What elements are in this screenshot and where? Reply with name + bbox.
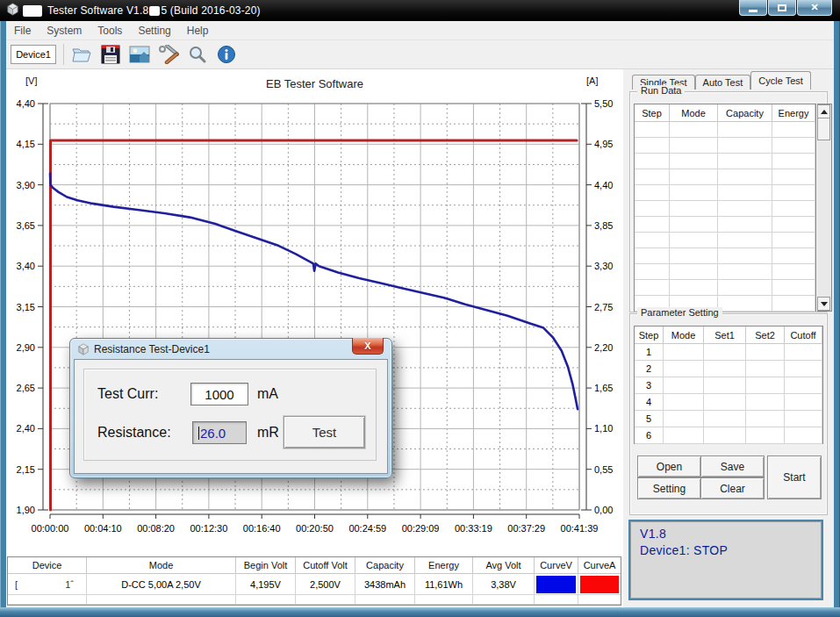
scroll-down-icon: [821, 302, 828, 306]
table-cell: [664, 361, 704, 377]
resistance-input[interactable]: 26.0: [192, 421, 247, 444]
table-row[interactable]: [635, 185, 815, 201]
save-icon[interactable]: [98, 43, 123, 66]
ps-col-step: Step: [635, 326, 664, 344]
table-cell: [704, 427, 746, 444]
dialog-title-bar[interactable]: Resistance Test-Device1 X: [70, 339, 391, 359]
info-icon[interactable]: [214, 43, 239, 66]
close-button[interactable]: ✕: [797, 0, 832, 16]
table-row[interactable]: 4: [635, 394, 822, 411]
table-cell: [772, 280, 815, 296]
table-row[interactable]: [635, 138, 815, 154]
table-cell: [704, 377, 746, 394]
tab-cycle-test[interactable]: Cycle Test: [750, 71, 811, 90]
minimize-button[interactable]: [739, 0, 767, 16]
svg-text:2,65: 2,65: [17, 383, 35, 393]
results-empty-row: [8, 595, 621, 605]
svg-text:00:29:09: 00:29:09: [402, 523, 440, 534]
svg-text:00:00:00: 00:00:00: [32, 523, 69, 534]
open-folder-icon[interactable]: [69, 43, 94, 66]
menu-setting[interactable]: Setting: [130, 25, 178, 37]
zoom-icon[interactable]: [185, 43, 210, 66]
tab-auto-test[interactable]: Auto Test: [695, 75, 751, 90]
table-cell: [746, 394, 785, 411]
table-cell: [746, 411, 785, 427]
results-table: Device Mode Begin Volt Cutoff Volt Capac…: [7, 556, 621, 606]
col-device: Device: [8, 557, 87, 574]
table-row[interactable]: [635, 154, 815, 169]
table-row[interactable]: [635, 169, 815, 185]
table-cell: [718, 122, 772, 138]
table-row[interactable]: [635, 264, 815, 280]
test-curr-input[interactable]: 1000: [190, 383, 248, 405]
table-row[interactable]: [635, 217, 815, 233]
maximize-button[interactable]: [768, 0, 796, 16]
window-title: Tester Software V1.8: [47, 4, 148, 17]
svg-text:1,90: 1,90: [17, 505, 35, 515]
cell-mode: D-CC 5,00A 2,50V: [87, 574, 236, 595]
menu-help[interactable]: Help: [179, 25, 217, 37]
status-device-state: Device1: STOP: [640, 542, 821, 559]
graph-image-icon[interactable]: [127, 43, 152, 66]
parameter-setting-header: Step Mode Set1 Set2 Cutoff: [635, 326, 822, 344]
clear-button[interactable]: Clear: [700, 477, 765, 499]
table-cell: [664, 394, 704, 411]
table-row[interactable]: 3: [635, 377, 822, 394]
start-button[interactable]: Start: [767, 456, 822, 499]
parameter-setting-group-label: Parameter Setting: [637, 307, 722, 318]
run-data-col-step: Step: [635, 104, 670, 122]
setting-button[interactable]: Setting: [637, 477, 701, 499]
test-button[interactable]: Test: [284, 416, 365, 448]
table-cell: [746, 427, 785, 444]
menu-system[interactable]: System: [39, 25, 90, 37]
dialog-close-button[interactable]: X: [352, 338, 384, 355]
scroll-up-button[interactable]: [817, 104, 830, 118]
svg-text:2,75: 2,75: [594, 302, 613, 312]
test-curr-unit: mA: [257, 386, 278, 402]
run-data-scrollbar[interactable]: [817, 104, 832, 312]
resistance-test-dialog: Resistance Test-Device1 X Test Curr: 100…: [69, 338, 392, 478]
table-row[interactable]: 6: [635, 427, 822, 444]
table-row[interactable]: [635, 248, 815, 264]
table-cell: [772, 169, 815, 185]
table-row[interactable]: 2: [635, 361, 822, 377]
open-button[interactable]: Open: [637, 456, 701, 477]
table-cell: 5: [635, 411, 664, 427]
table-cell: [785, 411, 822, 427]
run-data-group-label: Run Data: [637, 85, 685, 96]
table-row[interactable]: [635, 122, 815, 138]
table-cell: 1: [635, 344, 664, 361]
table-cell: [772, 138, 815, 154]
run-data-table[interactable]: Step Mode Capacity Energy: [634, 104, 816, 312]
table-row[interactable]: 1: [635, 344, 822, 361]
table-cell: [704, 394, 746, 411]
col-energy: Energy: [415, 557, 473, 574]
scroll-thumb[interactable]: [817, 118, 830, 140]
table-row[interactable]: 5: [635, 411, 822, 427]
save-button[interactable]: Save: [700, 456, 765, 477]
device-tab[interactable]: Device1: [11, 45, 56, 64]
tools-icon[interactable]: [156, 43, 181, 66]
table-cell: 2: [635, 361, 664, 377]
cell-device: [ 1ˆ: [8, 574, 87, 595]
run-data-col-energy: Energy: [772, 104, 815, 122]
table-cell: [635, 169, 670, 185]
app-icon: [6, 3, 19, 19]
table-row[interactable]: [635, 280, 815, 296]
table-cell: [635, 217, 670, 233]
svg-text:5,50: 5,50: [594, 98, 613, 109]
menu-tools[interactable]: Tools: [90, 25, 130, 37]
scroll-down-button[interactable]: [817, 297, 830, 311]
results-row[interactable]: [ 1ˆ D-CC 5,00A 2,50V 4,195V 2,500V 3438…: [8, 574, 621, 595]
table-row[interactable]: [635, 201, 815, 217]
redaction-blob-2: [149, 6, 160, 16]
table-cell: [772, 217, 815, 233]
parameter-setting-table[interactable]: Step Mode Set1 Set2 Cutoff 123456: [634, 326, 823, 444]
table-cell: [785, 377, 822, 394]
discharge-chart: 4,404,153,903,653,403,152,902,652,402,15…: [6, 69, 623, 554]
table-cell: [772, 122, 815, 138]
status-version: V1.8: [640, 526, 821, 542]
menu-file[interactable]: File: [6, 25, 39, 37]
dialog-title: Resistance Test-Device1: [94, 343, 210, 355]
table-row[interactable]: [635, 233, 815, 248]
